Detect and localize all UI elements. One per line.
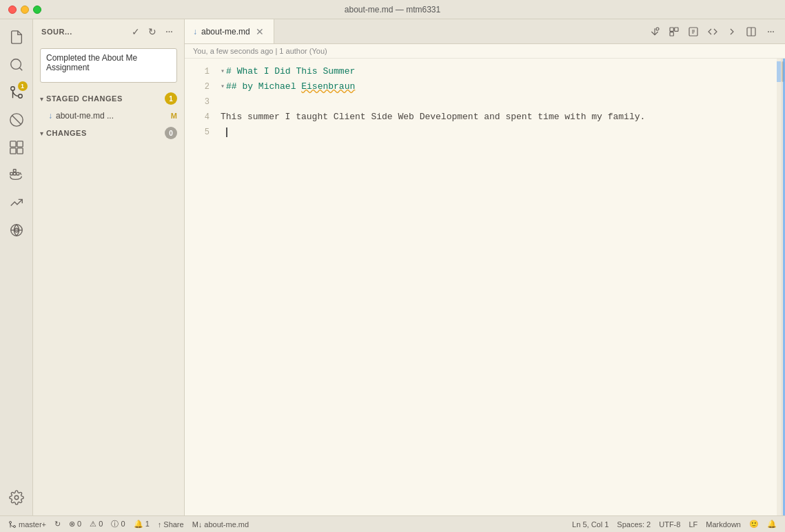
- status-bar: master+ ↻ ⊗ 0 ⚠ 0 ⓘ 0 🔔 1 ↑ Share M↓ abo…: [0, 515, 785, 532]
- code-line-3: [218, 94, 777, 110]
- staged-changes-header[interactable]: ▾ STAGED CHANGES 1: [33, 90, 184, 108]
- emoji-status[interactable]: 🙂: [746, 516, 762, 532]
- commit-input-area: [33, 44, 184, 90]
- svg-rect-9: [17, 148, 22, 154]
- encoding-status[interactable]: UTF-8: [656, 516, 683, 532]
- share-icon: ↑: [158, 520, 162, 529]
- line-ending-status[interactable]: LF: [686, 516, 700, 532]
- line-number-4: 4: [185, 110, 210, 125]
- code-token-normal: This summer I taught Client Side Web Dev…: [221, 110, 645, 125]
- main-content: 1: [0, 19, 785, 515]
- tab-filename: about-me.md: [201, 27, 250, 37]
- tab-toolbar: ···: [646, 23, 785, 41]
- line-number-1: 1: [185, 64, 210, 79]
- spaces-status[interactable]: Spaces: 2: [614, 516, 653, 532]
- markdown-icon: M↓: [192, 520, 203, 529]
- search-icon[interactable]: [4, 52, 29, 77]
- code-content[interactable]: ▾ # What I Did This Summer ▾ ## by Micha…: [218, 59, 777, 515]
- info-label: ⓘ 0: [111, 519, 125, 529]
- vertical-scrollbar[interactable]: [781, 59, 785, 515]
- share-label: Share: [163, 520, 183, 529]
- warnings-label: ⚠ 0: [90, 520, 103, 529]
- sync-status[interactable]: ↻: [52, 516, 63, 532]
- git-blame-bar: You, a few seconds ago | 1 author (You): [185, 44, 785, 59]
- svg-rect-6: [10, 141, 15, 147]
- svg-point-25: [14, 525, 16, 527]
- branch-status[interactable]: master+: [6, 516, 49, 532]
- language-label: Markdown: [706, 520, 741, 529]
- more-action-button[interactable]: ···: [162, 25, 176, 39]
- open-changes-button[interactable]: [665, 23, 683, 41]
- errors-label: ⊗ 0: [69, 520, 81, 529]
- language-status[interactable]: Markdown: [703, 516, 744, 532]
- warnings-status[interactable]: ⚠ 0: [87, 516, 105, 532]
- sidebar-header: SOUR... ✓ ↻ ···: [33, 19, 184, 44]
- line-number-2: 2: [185, 79, 210, 94]
- source-control-icon[interactable]: 1: [4, 80, 29, 105]
- staged-chevron-icon: ▾: [40, 95, 43, 103]
- spaces-label: Spaces: 2: [617, 520, 651, 529]
- svg-point-26: [10, 521, 12, 523]
- tab-bar: ↓ about-me.md ✕: [185, 19, 785, 44]
- commit-message-input[interactable]: [40, 48, 177, 83]
- notifications-status[interactable]: 🔔 1: [131, 516, 152, 532]
- remote-explorer-icon[interactable]: [4, 218, 29, 243]
- settings-icon[interactable]: [4, 485, 29, 510]
- refresh-action-button[interactable]: ↻: [145, 25, 159, 39]
- info-status[interactable]: ⓘ 0: [108, 516, 128, 532]
- cursor-label: Ln 5, Col 1: [572, 520, 609, 529]
- apply-button[interactable]: [723, 23, 741, 41]
- sidebar-title: SOUR...: [41, 28, 72, 36]
- explorer-icon[interactable]: [4, 25, 29, 50]
- svg-point-0: [10, 59, 21, 70]
- docker-icon[interactable]: [4, 163, 29, 187]
- code-line-5[interactable]: [218, 125, 777, 140]
- code-token-heading1: # What I Did This Summer: [226, 64, 355, 79]
- code-line-1: ▾ # What I Did This Summer: [218, 64, 777, 79]
- editor-area: ↓ about-me.md ✕: [185, 19, 785, 515]
- maximize-button[interactable]: [33, 6, 41, 14]
- code-token-heading2-name: Eisenbraun: [301, 79, 355, 94]
- changes-label: CHANGES: [46, 129, 165, 137]
- share-status[interactable]: ↑ Share: [155, 516, 187, 532]
- git-fetch-button[interactable]: [646, 23, 664, 41]
- staged-file-status: M: [171, 112, 177, 120]
- tab-file-icon: ↓: [193, 27, 197, 37]
- errors-status[interactable]: ⊗ 0: [66, 516, 84, 532]
- bell-status[interactable]: 🔔: [764, 516, 779, 532]
- toggle-diff-button[interactable]: [704, 23, 722, 41]
- svg-line-5: [12, 116, 21, 125]
- staged-file-icon: ↓: [48, 111, 52, 121]
- fold-arrow-2[interactable]: ▾: [221, 79, 225, 94]
- editor-more-button[interactable]: ···: [762, 23, 779, 41]
- svg-rect-20: [675, 28, 678, 31]
- svg-point-18: [656, 28, 659, 30]
- markdown-filetype-status[interactable]: M↓ about-me.md: [190, 516, 252, 532]
- line-number-5: 5: [185, 125, 210, 140]
- changes-chevron-icon: ▾: [40, 130, 43, 137]
- open-file-button[interactable]: [684, 23, 702, 41]
- graph-icon[interactable]: [4, 190, 29, 215]
- commit-action-button[interactable]: ✓: [129, 25, 143, 39]
- branch-icon: [8, 520, 17, 529]
- extensions-icon[interactable]: [4, 135, 29, 160]
- fold-arrow-1[interactable]: ▾: [221, 64, 225, 79]
- code-line-2: ▾ ## by Michael Eisenbraun: [218, 79, 777, 94]
- editor-tab[interactable]: ↓ about-me.md ✕: [185, 19, 274, 43]
- svg-rect-10: [10, 172, 12, 175]
- staged-file-item[interactable]: ↓ about-me.md ... M: [33, 108, 184, 124]
- run-debug-icon[interactable]: [4, 108, 29, 132]
- window-title: about-me.md — mtm6331: [345, 5, 440, 14]
- minimize-button[interactable]: [21, 6, 29, 14]
- code-token-heading2-prefix: ## by Michael: [226, 79, 301, 94]
- tab-close-button[interactable]: ✕: [254, 26, 265, 37]
- svg-line-1: [19, 68, 22, 70]
- svg-point-2: [18, 94, 22, 99]
- branch-label: master+: [19, 520, 46, 529]
- split-editor-button[interactable]: [742, 23, 760, 41]
- svg-rect-13: [17, 172, 19, 175]
- close-button[interactable]: [8, 6, 17, 14]
- changes-header[interactable]: ▾ CHANGES 0: [33, 124, 184, 142]
- window-controls[interactable]: [8, 6, 41, 14]
- cursor-position-status[interactable]: Ln 5, Col 1: [569, 516, 611, 532]
